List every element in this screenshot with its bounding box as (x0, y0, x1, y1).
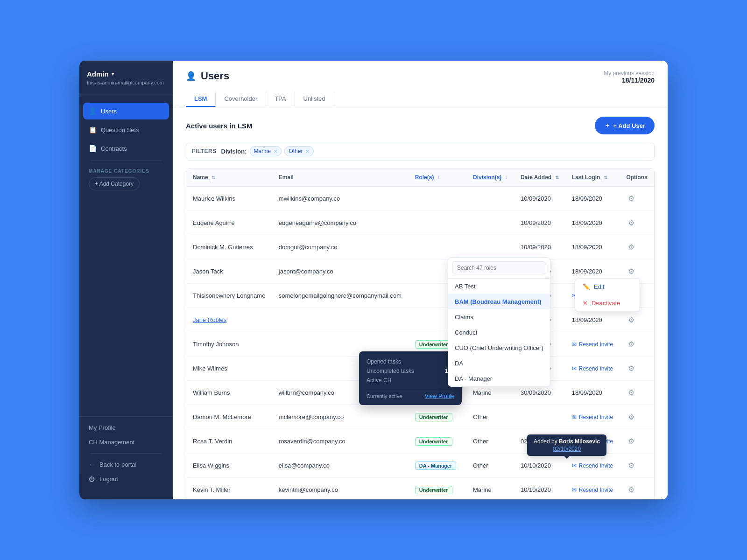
user-date-added (514, 405, 565, 429)
user-options: ⚙ (620, 381, 654, 405)
resend-invite-link[interactable]: ✉ Resend Invite (572, 462, 613, 469)
envelope-icon: ✉ (572, 414, 577, 420)
resend-invite-link[interactable]: ✉ Resend Invite (572, 487, 613, 493)
user-last-login[interactable]: ✉ Resend Invite (565, 405, 620, 429)
back-to-portal-link[interactable]: ← Back to portal (83, 457, 169, 472)
user-divisions: Other (466, 405, 514, 429)
roles-list-item[interactable]: DA (448, 356, 550, 371)
roles-list-item[interactable]: Conduct (448, 325, 550, 340)
gear-button[interactable]: ⚙ (626, 362, 636, 375)
name-sort-icon: ⇅ (211, 175, 215, 180)
role-badge: Underwriter (415, 413, 452, 421)
gear-button[interactable]: ⚙ (626, 411, 636, 423)
tab-unlisted[interactable]: Unlisted (295, 91, 334, 107)
user-name: William Burns (186, 381, 272, 405)
user-last-login[interactable]: ✉ Resend Invite (565, 357, 620, 381)
roles-list-item[interactable]: Claims (448, 309, 550, 325)
user-options: ⚙ (620, 332, 654, 357)
tab-coverholder[interactable]: Coverholder (216, 91, 266, 107)
user-last-login: 18/09/2020 (565, 381, 620, 405)
gear-button[interactable]: ⚙ (626, 314, 636, 326)
deactivate-icon: ✕ (583, 300, 588, 307)
col-divisions[interactable]: Division(s) ↓ (466, 168, 514, 187)
gear-button[interactable]: ⚙ (626, 338, 636, 350)
user-email (272, 308, 409, 332)
gear-button[interactable]: ⚙ (626, 386, 636, 399)
admin-menu[interactable]: Admin ▾ (87, 70, 165, 78)
user-name: Thisisonewhery Longname (186, 284, 272, 308)
division-filter-group: Division: Marine × Other × (221, 146, 314, 156)
gear-button[interactable]: ⚙ (626, 265, 636, 278)
user-options: ⚙ (620, 211, 654, 235)
user-roles (409, 211, 466, 235)
roles-list-item[interactable]: CUO (Chief Underwriting Officer) (448, 340, 550, 356)
table-row: Maurice Wilkinsmwilkins@company.co10/09/… (186, 187, 654, 211)
resend-invite-link[interactable]: ✉ Resend Invite (572, 414, 613, 420)
date-sort-icon: ⇅ (555, 175, 559, 180)
sidebar-item-label: Question Sets (101, 126, 139, 133)
roles-list-item[interactable]: BAM (Boudreau Management) (448, 294, 550, 309)
sidebar-item-question-sets[interactable]: 📋 Question Sets (83, 121, 169, 138)
my-profile-link[interactable]: My Profile (83, 420, 169, 435)
add-category-button[interactable]: + Add Category (89, 177, 140, 190)
ch-management-link[interactable]: CH Management (83, 435, 169, 449)
gear-button[interactable]: ⚙ (626, 483, 636, 496)
gear-button[interactable]: ⚙ (626, 217, 636, 229)
sidebar-item-contracts[interactable]: 📄 Contracts (83, 140, 169, 157)
edit-option[interactable]: ✏️ Edit (575, 279, 640, 295)
other-filter-chip[interactable]: Other × (284, 146, 313, 156)
my-profile-label: My Profile (89, 424, 116, 431)
col-name[interactable]: Name ⇅ (186, 168, 272, 187)
manage-categories-label: MANAGE CATEGORIES (83, 165, 169, 175)
sidebar-header: Admin ▾ this-is-admin-mail@company.com (79, 70, 173, 95)
roles-dropdown: AB TestBAM (Boudreau Management)ClaimsCo… (448, 257, 550, 387)
gear-button[interactable]: ⚙ (626, 241, 636, 253)
col-roles[interactable]: Role(s) ↑ (409, 168, 466, 187)
user-email: eugeneaguirre@company.co (272, 211, 409, 235)
user-email: domgut@company.co (272, 235, 409, 259)
user-roles: Underwriter (409, 478, 466, 500)
table-row: Eugene Aguirreeugeneaguirre@company.co10… (186, 211, 654, 235)
user-last-login[interactable]: ✉ Resend Invite (565, 332, 620, 357)
roles-search-input[interactable] (452, 261, 546, 274)
user-last-login[interactable]: ✉ Resend Invite (565, 454, 620, 478)
boris-date[interactable]: 02/10/2020 (534, 446, 600, 452)
users-page-icon: 👤 (186, 71, 196, 81)
resend-invite-link[interactable]: ✉ Resend Invite (572, 341, 613, 348)
col-date-added[interactable]: Date Added ⇅ (514, 168, 565, 187)
tab-lsm[interactable]: LSM (186, 91, 216, 107)
gear-button[interactable]: ⚙ (626, 459, 636, 472)
tab-tpa[interactable]: TPA (266, 91, 295, 107)
user-last-login: 18/09/2020 (565, 187, 620, 211)
content-area: Active users in LSM ＋ + Add User FILTERS… (173, 107, 668, 499)
roles-list-item[interactable]: DA - Manager (448, 371, 550, 386)
add-user-label: + Add User (613, 122, 645, 129)
roles-list: AB TestBAM (Boudreau Management)ClaimsCo… (448, 279, 550, 386)
deactivate-option[interactable]: ✕ Deactivate (575, 295, 640, 311)
sidebar-divider-2 (91, 453, 162, 454)
page-title: Users (201, 70, 229, 82)
resend-invite-link[interactable]: ✉ Resend Invite (572, 365, 613, 372)
other-remove-icon[interactable]: × (305, 147, 309, 155)
gear-button[interactable]: ⚙ (626, 192, 636, 205)
view-profile-link[interactable]: View Profile (425, 393, 454, 399)
sidebar-item-label: Users (101, 108, 117, 115)
sidebar-item-users[interactable]: 👤 Users (83, 103, 169, 119)
marine-remove-icon[interactable]: × (274, 147, 277, 155)
add-user-button[interactable]: ＋ + Add User (595, 117, 655, 134)
user-name-link[interactable]: Jane Robles (193, 316, 226, 323)
logout-button[interactable]: ⏻ Logout (83, 472, 169, 486)
envelope-icon: ✉ (572, 462, 577, 469)
col-last-login[interactable]: Last Login ⇅ (565, 168, 620, 187)
roles-list-item[interactable]: AB Test (448, 279, 550, 294)
table-row: Elisa Wigginselisa@company.coDA - Manage… (186, 454, 654, 478)
user-name: Maurice Wilkins (186, 187, 272, 211)
admin-name: Admin (87, 70, 109, 78)
add-user-plus-icon: ＋ (604, 121, 610, 130)
gear-button[interactable]: ⚙ (626, 435, 636, 448)
envelope-icon: ✉ (572, 487, 577, 493)
role-badge: Underwriter (415, 486, 452, 494)
user-last-login[interactable]: ✉ Resend Invite (565, 478, 620, 500)
user-options: ⚙ (620, 357, 654, 381)
marine-filter-chip[interactable]: Marine × (250, 146, 282, 156)
